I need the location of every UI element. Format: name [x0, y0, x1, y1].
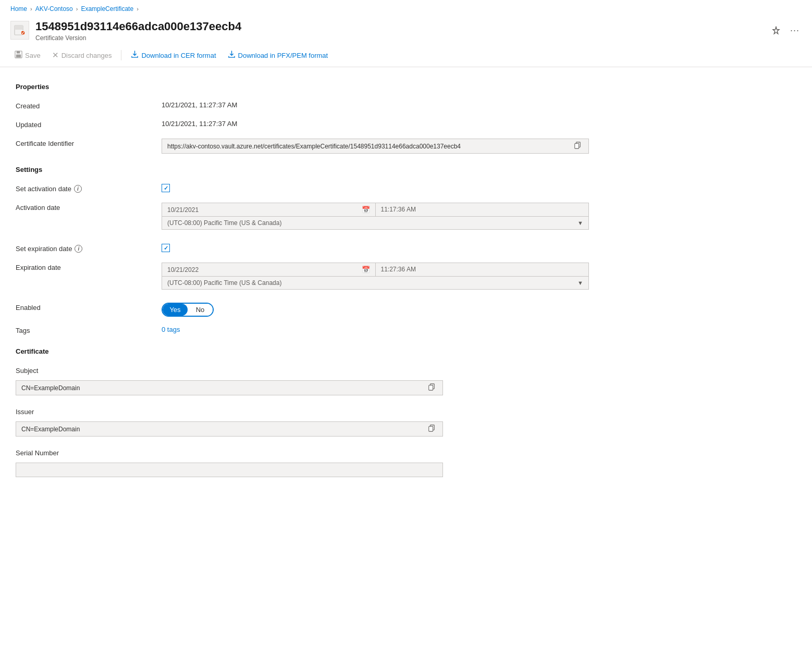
activation-time-input[interactable]: 11:17:36 AM: [376, 203, 589, 217]
page-title: 1548951d93114e66adca000e137eecb4: [35, 20, 763, 33]
expiration-date-input[interactable]: 10/21/2022 📅: [162, 263, 376, 277]
cert-id-label: Certificate Identifier: [16, 139, 162, 147]
discard-label: Discard changes: [61, 52, 112, 59]
serial-label: Serial Number: [16, 448, 162, 457]
toggle-yes[interactable]: Yes: [163, 304, 188, 316]
enabled-label: Enabled: [16, 303, 162, 312]
activation-info-icon: i: [74, 185, 82, 193]
expiration-chevron-icon: ▼: [577, 280, 583, 286]
breadcrumb-sep-1: ›: [30, 6, 32, 12]
save-icon: [15, 51, 22, 60]
activation-timezone-select[interactable]: (UTC-08:00) Pacific Time (US & Canada) ▼: [162, 217, 589, 230]
certificate-section-header: Certificate: [16, 347, 796, 355]
set-activation-row: Set activation date i: [16, 180, 796, 198]
breadcrumb-cert[interactable]: ExampleCertificate: [81, 5, 133, 13]
svg-rect-5: [16, 55, 21, 58]
issuer-row: Issuer: [16, 403, 796, 421]
updated-value: 10/21/2021, 11:27:37 AM: [162, 120, 796, 128]
expiration-timezone-text: (UTC-08:00) Pacific Time (US & Canada): [167, 279, 281, 287]
expiration-date-row: Expiration date 10/21/2022 📅 11:27:36 AM…: [16, 258, 796, 294]
expiration-time-input[interactable]: 11:27:36 AM: [376, 263, 589, 277]
expiration-calendar-icon: 📅: [362, 266, 370, 273]
expiration-date-group: 10/21/2022 📅 11:27:36 AM: [162, 263, 589, 277]
breadcrumb: Home › AKV-Contoso › ExampleCertificate …: [0, 0, 812, 16]
activation-date-label: Activation date: [16, 203, 162, 211]
identifier-text: https://akv-contoso.vault.azure.net/cert…: [167, 143, 568, 150]
toolbar-divider: [121, 50, 121, 60]
properties-section-header: Properties: [16, 83, 796, 91]
issuer-label: Issuer: [16, 407, 162, 416]
title-area: 1548951d93114e66adca000e137eecb4 Certifi…: [35, 20, 763, 42]
breadcrumb-sep-3: ›: [137, 6, 139, 12]
toggle-no[interactable]: No: [188, 304, 213, 316]
issuer-value: CN=ExampleDomain: [21, 426, 422, 433]
created-row: Created 10/21/2021, 11:27:37 AM: [16, 97, 796, 116]
activation-timezone-text: (UTC-08:00) Pacific Time (US & Canada): [167, 219, 281, 227]
download-cer-label: Download in CER format: [141, 52, 216, 59]
activation-date-group: 10/21/2021 📅 11:17:36 AM: [162, 203, 589, 217]
subject-input[interactable]: CN=ExampleDomain: [16, 380, 443, 395]
svg-rect-1: [15, 26, 23, 30]
save-button[interactable]: Save: [10, 48, 45, 63]
serial-row: Serial Number: [16, 444, 796, 463]
activation-date-block: 10/21/2021 📅 11:17:36 AM (UTC-08:00) Pac…: [162, 203, 589, 230]
expiration-date-value: 10/21/2022 📅 11:27:36 AM (UTC-08:00) Pac…: [162, 263, 796, 290]
enabled-toggle-group[interactable]: Yes No: [162, 303, 214, 317]
issuer-input-row: CN=ExampleDomain: [16, 421, 443, 437]
more-button[interactable]: ···: [788, 23, 802, 38]
toolbar: Save ✕ Discard changes Download in CER f…: [0, 45, 812, 67]
svg-rect-9: [429, 385, 433, 391]
cert-icon: [10, 21, 29, 40]
updated-row: Updated 10/21/2021, 11:27:37 AM: [16, 116, 796, 134]
created-label: Created: [16, 101, 162, 110]
download-pfx-label: Download in PFX/PEM format: [238, 52, 328, 59]
subject-input-row: CN=ExampleDomain: [16, 380, 443, 395]
activation-chevron-icon: ▼: [577, 220, 583, 226]
identifier-box: https://akv-contoso.vault.azure.net/cert…: [162, 139, 589, 154]
discard-button[interactable]: ✕ Discard changes: [48, 48, 116, 63]
breadcrumb-sep-2: ›: [76, 6, 78, 12]
download-pfx-icon: [228, 51, 236, 60]
activation-date-value: 10/21/2021 📅 11:17:36 AM (UTC-08:00) Pac…: [162, 203, 796, 230]
download-pfx-button[interactable]: Download in PFX/PEM format: [224, 48, 333, 63]
breadcrumb-home[interactable]: Home: [10, 5, 27, 13]
activation-date-row: Activation date 10/21/2021 📅 11:17:36 AM…: [16, 198, 796, 234]
subject-label: Subject: [16, 366, 162, 375]
expiration-timezone-select[interactable]: (UTC-08:00) Pacific Time (US & Canada) ▼: [162, 277, 589, 290]
cert-id-value: https://akv-contoso.vault.azure.net/cert…: [162, 139, 796, 154]
main-content: Properties Created 10/21/2021, 11:27:37 …: [0, 67, 812, 490]
save-label: Save: [25, 52, 41, 59]
created-value: 10/21/2021, 11:27:37 AM: [162, 101, 796, 109]
expiration-checkbox[interactable]: [162, 244, 170, 252]
set-expiration-label: Set expiration date i: [16, 244, 162, 253]
pin-button[interactable]: [769, 24, 783, 38]
discard-icon: ✕: [52, 51, 59, 60]
expiration-info-icon: i: [75, 245, 82, 253]
expiration-date-block: 10/21/2022 📅 11:27:36 AM (UTC-08:00) Pac…: [162, 263, 589, 290]
download-cer-button[interactable]: Download in CER format: [127, 48, 220, 63]
page-header: 1548951d93114e66adca000e137eecb4 Certifi…: [0, 16, 812, 45]
activation-checkbox[interactable]: [162, 184, 170, 192]
updated-label: Updated: [16, 120, 162, 129]
copy-identifier-button[interactable]: [572, 142, 583, 151]
expiration-date-label: Expiration date: [16, 263, 162, 271]
tags-link[interactable]: 0 tags: [162, 326, 180, 333]
set-expiration-row: Set expiration date i: [16, 240, 796, 258]
issuer-input[interactable]: CN=ExampleDomain: [16, 421, 443, 437]
tags-value: 0 tags: [162, 326, 796, 333]
subject-value: CN=ExampleDomain: [21, 384, 422, 392]
settings-section-header: Settings: [16, 166, 796, 173]
enabled-row: Enabled Yes No: [16, 298, 796, 321]
download-cer-icon: [131, 51, 139, 60]
tags-label: Tags: [16, 326, 162, 334]
activation-date-input[interactable]: 10/21/2021 📅: [162, 203, 376, 217]
page-subtitle: Certificate Version: [35, 34, 763, 42]
svg-rect-4: [17, 51, 20, 54]
copy-subject-button[interactable]: [426, 383, 437, 392]
breadcrumb-akv[interactable]: AKV-Contoso: [35, 5, 73, 13]
activation-calendar-icon: 📅: [362, 206, 370, 214]
copy-issuer-button[interactable]: [426, 425, 437, 433]
serial-input[interactable]: [16, 463, 443, 477]
activation-date-text: 10/21/2021: [167, 206, 199, 214]
expiration-checkbox-container: [162, 244, 796, 252]
